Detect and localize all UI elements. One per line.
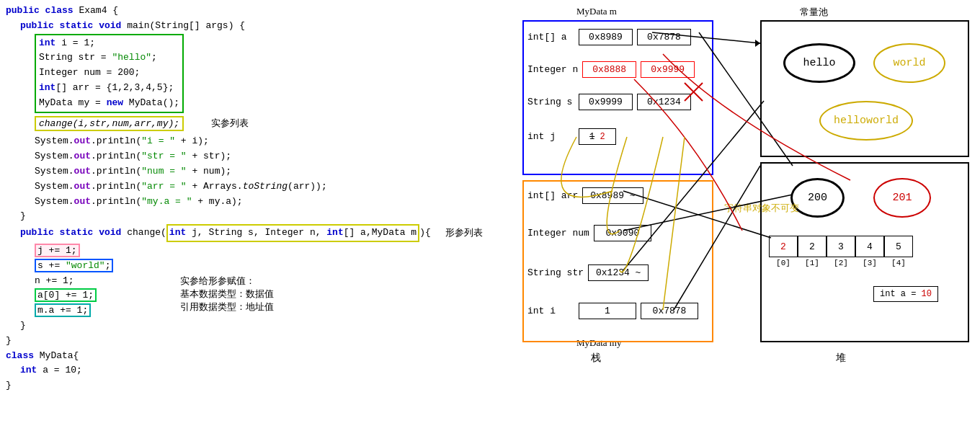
s-line: s += "world"; bbox=[35, 259, 483, 274]
code-line-6: int[] arr = {1,2,3,4,5}; bbox=[39, 81, 179, 96]
mydata-m-title: MyData m bbox=[576, 6, 617, 17]
j-box: j += 1; bbox=[35, 244, 80, 257]
const-pool-title: 常量池 bbox=[800, 6, 828, 19]
string-immutable-label: 字符串对象不可变 bbox=[724, 202, 799, 215]
close-change: } bbox=[6, 319, 483, 334]
row-int-j: int j 1 2 bbox=[527, 128, 616, 145]
close-main: } bbox=[6, 209, 483, 224]
mydata-class: class MyData{ bbox=[6, 349, 483, 364]
cell-0x9999: 0x9999 bbox=[579, 94, 633, 110]
label-i: int i bbox=[527, 306, 574, 316]
heap-label: 堆 bbox=[836, 352, 846, 365]
println-arr: System.out.println("arr = " + Arrays.toS… bbox=[6, 179, 483, 195]
hello-ellipse: hello bbox=[783, 43, 855, 83]
change-call-wrapper: change(i,str,num,arr,my); 实参列表 bbox=[6, 116, 483, 132]
row-int-arr-a: int[] a 0x8989 0x7878 bbox=[527, 29, 691, 45]
row-arr: int[] arr 0x8989 ~ bbox=[527, 187, 643, 204]
mydata-my-section: int[] arr 0x8989 ~ Integer num 0x9090 St… bbox=[522, 180, 713, 342]
array-indices: [0] [1] [2] [3] [4] bbox=[769, 259, 913, 267]
println-lines: System.out.println("i = " + i); System.o… bbox=[6, 134, 483, 209]
diagram-panel: MyData m 常量池 栈 堆 MyData my int[] a 0x898… bbox=[519, 0, 980, 436]
cell-0x7878: 0x7878 bbox=[637, 29, 691, 45]
arr-cell-1: 2 bbox=[798, 236, 827, 257]
code-line-3: int i = 1; bbox=[39, 36, 179, 51]
a-box: a[0] += 1; bbox=[35, 288, 97, 302]
label-str: String str bbox=[527, 267, 584, 278]
mydata-close: } bbox=[6, 378, 483, 393]
idx-2: [2] bbox=[827, 259, 855, 267]
mydata-field: int a = 10; bbox=[6, 363, 483, 378]
label-arr: int[] arr bbox=[527, 190, 578, 201]
change-params-box: int j, String s, Integer n, int[] a,MyDa… bbox=[166, 224, 419, 242]
println-num: System.out.println("num = " + num); bbox=[6, 164, 483, 179]
change-call-box: change(i,str,num,arr,my); bbox=[35, 116, 184, 131]
stack-label: 栈 bbox=[591, 352, 601, 365]
idx-4: [4] bbox=[884, 259, 913, 267]
code-panel: public class Exam4 { public static void … bbox=[0, 0, 519, 436]
label-integer-n: Integer n bbox=[527, 64, 578, 75]
cell-j1: 1 2 bbox=[579, 128, 616, 145]
cell-arr-addr: 0x8989 ~ bbox=[582, 187, 643, 204]
label-int-j: int j bbox=[527, 131, 574, 142]
change-sig-line: public static void change(int j, String … bbox=[20, 224, 483, 242]
row-str: String str 0x1234 ~ bbox=[527, 264, 649, 281]
cell-0x9999: 0x9999 bbox=[641, 61, 695, 78]
arr-cell-2: 3 bbox=[827, 236, 855, 257]
code-line-1: public class Exam4 { bbox=[6, 4, 483, 19]
cell-0x8989: 0x8989 bbox=[579, 29, 633, 45]
array-cells: 2 2 3 4 5 bbox=[769, 236, 913, 257]
cell-i-val: 1 bbox=[579, 303, 636, 319]
arr-cell-4: 5 bbox=[884, 236, 913, 257]
row-string-s: String s 0x9999 0x1234 bbox=[527, 94, 691, 110]
cell-0x8888: 0x8888 bbox=[582, 61, 636, 78]
num201-ellipse: 201 bbox=[873, 178, 931, 218]
const-pool-box: hello world helloworld bbox=[760, 20, 969, 157]
change-sig-start: public static void change( bbox=[20, 226, 166, 241]
println-str: System.out.println("str = " + str); bbox=[6, 149, 483, 164]
mydata-m-section: int[] a 0x8989 0x7878 Integer n 0x8888 0… bbox=[522, 20, 713, 175]
row-i: int i 1 0x7878 bbox=[527, 303, 698, 319]
cell-i-addr: 0x7878 bbox=[641, 303, 698, 319]
world-ellipse: world bbox=[873, 43, 945, 83]
println-mya: System.out.println("my.a = " + my.a); bbox=[6, 195, 483, 210]
int-a-value: 10 bbox=[922, 289, 932, 299]
idx-3: [3] bbox=[855, 259, 884, 267]
idx-1: [1] bbox=[798, 259, 827, 267]
ref-type-label: 引用数据类型：地址值 bbox=[180, 300, 274, 314]
svg-marker-1 bbox=[755, 40, 760, 47]
println-i: System.out.println("i = " + i); bbox=[6, 134, 483, 149]
ma-box: m.a += 1; bbox=[35, 303, 91, 317]
cell-0x1234: 0x1234 bbox=[637, 94, 691, 110]
label-num: Integer num bbox=[527, 228, 589, 239]
arr-cell-3: 4 bbox=[855, 236, 884, 257]
int-a-box: int a = 10 bbox=[873, 286, 938, 302]
heap-box: 200 201 2 2 3 4 5 [0] [1] [2] [3] [4] in… bbox=[760, 162, 969, 342]
formal-params-label: 形参列表 bbox=[445, 226, 483, 241]
idx-0: [0] bbox=[769, 259, 798, 267]
row-integer-n: Integer n 0x8888 0x9999 bbox=[527, 61, 695, 78]
row-num: Integer num 0x9090 bbox=[527, 225, 651, 241]
code-line-5: Integer num = 200; bbox=[39, 66, 179, 81]
cell-num-addr: 0x9090 bbox=[594, 225, 651, 241]
label-string-s: String s bbox=[527, 97, 574, 107]
code-block: public class Exam4 { public static void … bbox=[6, 4, 483, 393]
arr-cell-0: 2 bbox=[769, 236, 798, 257]
code-line-4: String str = "hello"; bbox=[39, 50, 179, 66]
close-class: } bbox=[6, 334, 483, 349]
actual-params-label: 实参列表 bbox=[211, 117, 249, 128]
cell-str-addr: 0x1234 ~ bbox=[588, 264, 649, 281]
green-box-vars: int i = 1; String str = "hello"; Integer… bbox=[35, 34, 184, 113]
helloworld-ellipse: helloworld bbox=[819, 101, 913, 141]
code-line-7: MyData my = new MyData(); bbox=[39, 96, 179, 111]
s-box: s += "world"; bbox=[35, 259, 113, 272]
j-line: j += 1; bbox=[35, 244, 483, 259]
code-line-2: public static void main(String[] args) { bbox=[6, 19, 483, 34]
label-int-arr-a: int[] a bbox=[527, 32, 574, 43]
